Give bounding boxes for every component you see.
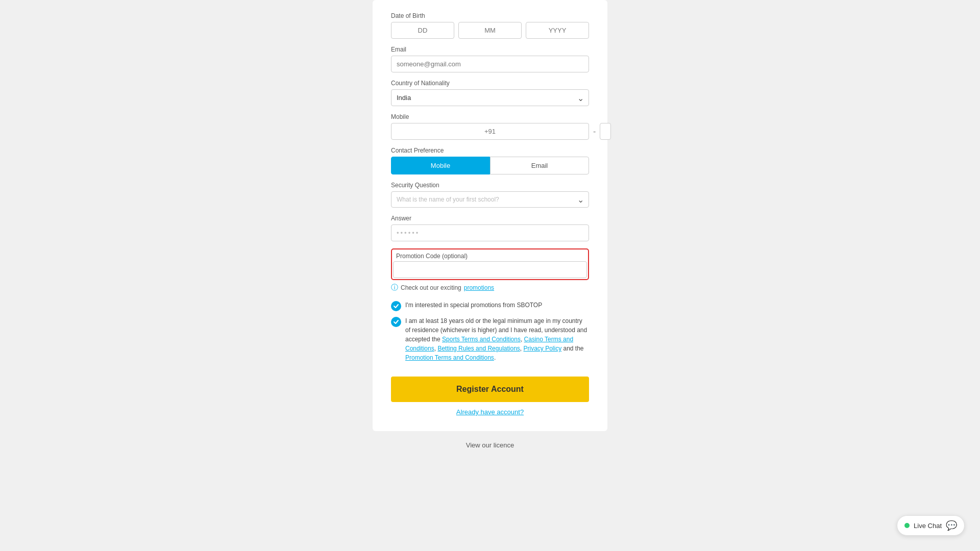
security-question-label: Security Question <box>391 182 589 189</box>
answer-input[interactable] <box>391 224 589 241</box>
mobile-row: - <box>391 123 589 140</box>
checkbox-row-2: I am at least 18 years old or the legal … <box>391 316 589 362</box>
promo-code-wrapper: Promotion Code (optional) <box>391 248 589 280</box>
already-have-account-link[interactable]: Already have account? <box>456 408 524 416</box>
security-question-select[interactable]: What is the name of your first school? <box>391 191 589 208</box>
dob-mm-input[interactable] <box>458 22 522 39</box>
checkbox-checked-2[interactable] <box>391 317 401 327</box>
promo-code-label: Promotion Code (optional) <box>393 251 587 260</box>
security-question-select-wrapper: What is the name of your first school? ⌄ <box>391 191 589 208</box>
betting-rules-link[interactable]: Betting Rules and Regulations <box>437 345 520 352</box>
promo-info-text: Check out our exciting <box>401 284 461 291</box>
checkbox-checked-1[interactable] <box>391 301 401 311</box>
checkbox-label-2: I am at least 18 years old or the legal … <box>405 316 589 362</box>
sports-terms-link[interactable]: Sports Terms and Conditions <box>442 336 521 343</box>
promo-info: ⓘ Check out our exciting promotions <box>391 283 589 292</box>
promo-code-input[interactable] <box>393 261 587 278</box>
mobile-prefix-input[interactable] <box>391 123 589 140</box>
live-chat-status-dot <box>904 523 910 528</box>
dob-dd-input[interactable] <box>391 22 454 39</box>
contact-preference-row: Mobile Email <box>391 157 589 174</box>
email-label: Email <box>391 46 589 53</box>
nationality-label: Country of Nationality <box>391 80 589 87</box>
view-licence-link[interactable]: View our licence <box>466 441 514 449</box>
dob-row <box>391 22 589 39</box>
contact-email-button[interactable]: Email <box>490 157 589 174</box>
email-input[interactable] <box>391 56 589 72</box>
register-account-button[interactable]: Register Account <box>391 377 589 402</box>
checkbox-label-1: I'm interested in special promotions fro… <box>405 300 542 310</box>
mobile-label: Mobile <box>391 113 589 120</box>
checkbox-row-1: I'm interested in special promotions fro… <box>391 300 589 311</box>
nationality-select-wrapper: India ⌄ <box>391 89 589 106</box>
dob-yyyy-input[interactable] <box>526 22 589 39</box>
view-licence[interactable]: View our licence <box>466 441 514 449</box>
info-icon: ⓘ <box>391 283 398 292</box>
dob-label: Date of Birth <box>391 12 589 19</box>
nationality-select[interactable]: India <box>391 89 589 106</box>
promotions-link[interactable]: promotions <box>464 284 494 291</box>
privacy-policy-link[interactable]: Privacy Policy <box>523 345 561 352</box>
contact-pref-label: Contact Preference <box>391 147 589 154</box>
checkboxes-section: I'm interested in special promotions fro… <box>391 300 589 362</box>
live-chat-widget[interactable]: Live Chat 💬 <box>897 515 965 536</box>
mobile-number-input[interactable] <box>600 123 611 140</box>
live-chat-icon: 💬 <box>946 520 957 531</box>
already-have-account: Already have account? <box>391 408 589 416</box>
live-chat-label: Live Chat <box>914 522 942 530</box>
answer-label: Answer <box>391 215 589 222</box>
mobile-dash: - <box>593 127 596 136</box>
contact-mobile-button[interactable]: Mobile <box>391 157 490 174</box>
promotion-terms-link[interactable]: Promotion Terms and Conditions <box>405 354 494 361</box>
